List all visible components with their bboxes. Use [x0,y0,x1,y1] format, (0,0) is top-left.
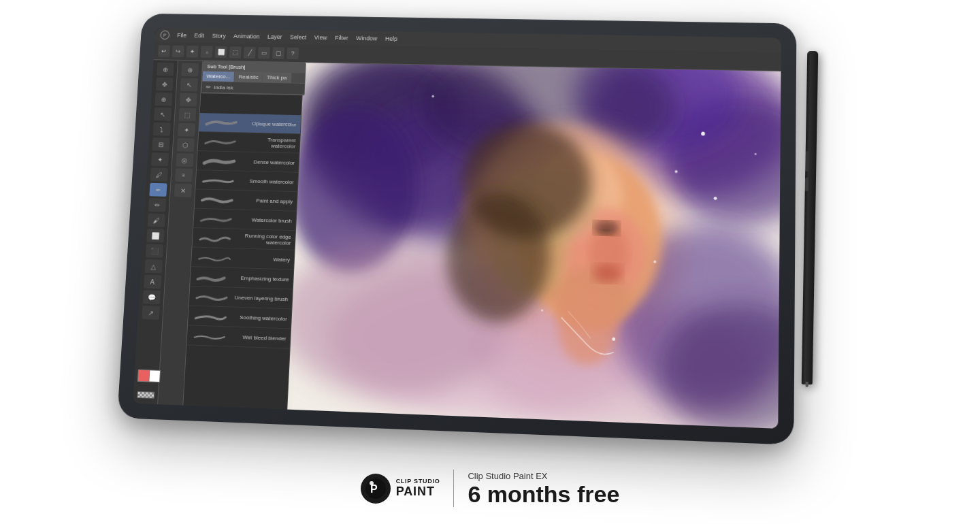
tab-realistic[interactable]: Realistic [234,72,263,82]
tool2-opacity[interactable]: ◎ [176,153,193,167]
tool-btn-6[interactable]: ⬚ [229,46,242,58]
india-ink-label: India ink [214,84,233,91]
brush-panel: Opaque watercolor Transparent watercolor… [183,61,304,409]
color-primary-swatch[interactable] [137,370,150,382]
menu-file[interactable]: File [177,32,186,39]
brush-item-6[interactable]: Running color edge watercolor [193,228,295,250]
tool-btn-10[interactable]: ? [287,47,299,59]
promo-offer: 6 months free [468,482,619,506]
brush-item-7[interactable]: Watery [191,247,295,269]
brush-name-1: Transparent watercolor [242,136,295,149]
menu-edit[interactable]: Edit [194,32,204,39]
tool-btn-3[interactable]: ✦ [186,46,199,57]
brush-name-5: Watercolor brush [238,216,292,224]
menu-layer[interactable]: Layer [267,33,282,40]
tool-btn-8[interactable]: ▭ [258,46,270,58]
csp-logo: P CLIP STUDIO PAINT [361,474,440,504]
brush-item-3[interactable]: Smooth watercolor [195,170,298,192]
menu-animation[interactable]: Animation [233,33,260,39]
tool2-star2[interactable]: ✦ [178,123,195,137]
tool-brush[interactable]: 🖌 [147,214,165,227]
tool-btn-5[interactable]: ⬜ [215,46,227,57]
tool2-select-rect[interactable]: ⬚ [178,108,196,122]
svg-point-39 [370,481,374,485]
menu-view[interactable]: View [314,34,327,41]
menu-story[interactable]: Story [212,33,226,39]
bottom-branding: P CLIP STUDIO PAINT Clip Studio Paint EX… [0,470,980,507]
tool-fill[interactable]: ⬛ [145,244,163,258]
tool-pen[interactable]: ✒ [149,183,167,197]
tool2-layers[interactable]: ≡ [175,168,193,182]
brush-name-0: Opaque watercolor [243,120,297,127]
tool-ruler[interactable]: ↗ [142,306,159,320]
branding-divider [453,470,454,507]
tool2-zoom[interactable]: ⊕ [181,63,199,77]
tool-btn-4[interactable]: ⬦ [201,46,213,57]
checker-swatch [137,391,154,399]
menu-window[interactable]: Window [356,35,378,42]
color-swatch-area [136,370,157,402]
painting-svg [287,63,781,429]
tool-crop[interactable]: ⊟ [152,137,169,151]
menu-filter[interactable]: Filter [335,35,348,42]
csp-logo-bottom: PAINT [396,485,440,499]
tool2-move2[interactable]: ✥ [179,93,197,107]
tool-select[interactable]: ↖ [154,108,172,121]
sub-tool-panel: Sub Tool [Brush] Waterco... Realistic Th… [201,61,306,95]
brush-name-11: Wet bleed blender [231,333,286,342]
brush-item-11[interactable]: Wet bleed blender [186,325,291,348]
csp-logo-text: CLIP STUDIO PAINT [396,478,440,499]
tool2-delete[interactable]: ✕ [174,184,191,197]
menu-select[interactable]: Select [290,34,307,41]
tool-eraser[interactable]: ⬜ [146,229,164,242]
app-logo-icon: P [160,31,169,39]
tool-move[interactable]: ✥ [155,78,173,91]
brush-item-0[interactable]: Opaque watercolor [199,113,301,134]
menu-help[interactable]: Help [385,35,397,42]
brush-name-6: Running color edge watercolor [237,233,291,246]
csp-logo-icon: P [361,474,391,504]
tool-pencil[interactable]: ✏ [148,198,166,212]
brush-item-4[interactable]: Paint and apply [195,189,297,211]
tool-text[interactable]: A [144,275,161,289]
brush-name-7: Watery [236,255,291,263]
tool-btn-1[interactable]: ↩ [158,45,170,56]
tablet-screen: P File Edit Story Animation Layer Select… [133,28,781,429]
stylus [802,51,819,384]
tool2-cursor[interactable]: ↖ [180,78,198,92]
brush-item-5[interactable]: Watercolor brush [193,209,296,231]
tool2-layer[interactable]: ⬡ [176,138,194,152]
tool-star[interactable]: ✦ [151,152,169,166]
canvas-area[interactable] [287,63,781,429]
india-ink-row: ✏ India ink [201,82,304,95]
brush-item-1[interactable]: Transparent watercolor [198,132,300,154]
tool-pointer[interactable]: ⊕ [157,63,174,76]
brush-name-2: Dense watercolor [241,159,295,166]
tablet-wrapper: P File Edit Story Animation Layer Select… [122,14,817,436]
promo-app-name: Clip Studio Paint EX [468,471,619,481]
tool-btn-7[interactable]: ╱ [244,46,256,58]
brush-name-4: Paint and apply [239,197,293,204]
stylus-button-top [805,151,809,171]
tab-thick[interactable]: Thick pa [263,72,291,82]
tool-lasso[interactable]: ⤵ [152,122,170,136]
tool-eyedropper[interactable]: 🖊 [150,167,167,181]
tool-btn-9[interactable]: ▢ [272,47,284,59]
brush-name-8: Emphasizing texture [235,274,289,282]
stylus-button-bottom [805,178,808,191]
main-area: ⊕ ✥ ⊕ ↖ ⤵ ⊟ ✦ 🖊 ✒ ✏ 🖌 ⬜ ⬛ △ A [133,60,781,429]
brush-name-9: Uneven layering brush [234,294,289,302]
tool-balloon[interactable]: 💬 [142,290,160,304]
tool-zoom[interactable]: ⊕ [154,93,172,106]
brush-item-2[interactable]: Dense watercolor [197,151,299,173]
brush-name-3: Smooth watercolor [240,178,294,185]
tool-btn-2[interactable]: ↪ [172,45,184,56]
tablet-shell: P File Edit Story Animation Layer Select… [117,14,796,445]
tool-shape[interactable]: △ [144,259,162,273]
app-ui: P File Edit Story Animation Layer Select… [133,28,781,429]
tab-watercolor[interactable]: Waterco... [202,71,235,82]
promo-text: Clip Studio Paint EX 6 months free [468,471,619,506]
brush-name-10: Soothing watercolor [233,314,287,322]
